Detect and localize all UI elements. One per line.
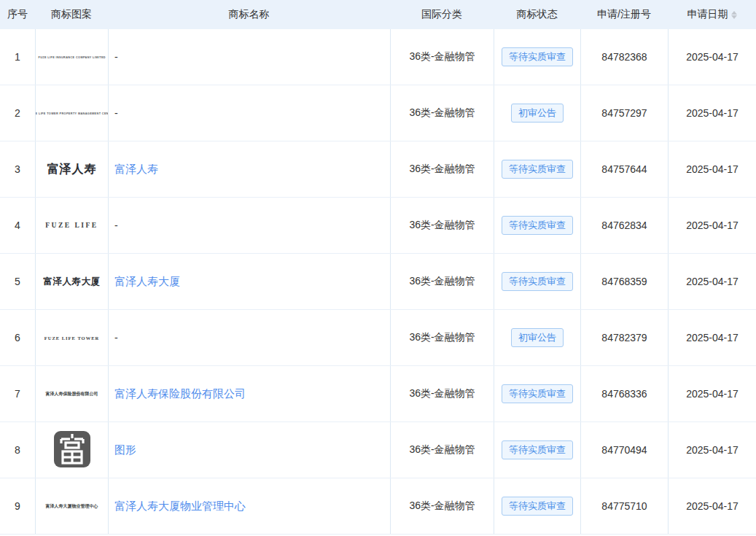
application-date-value: 2025-04-17 [686,220,739,231]
row-index-value: 2 [15,107,20,119]
table-row: 2FUZE LIFE TOWER PROPERTY MANAGEMENT CEN… [0,85,756,141]
trademark-name-cell: - [108,310,390,365]
registration-number-value: 84775710 [601,500,647,512]
intl-class-cell: 36类-金融物管 [390,422,494,478]
row-index: 2 [0,85,35,141]
column-header-index: 序号 [0,8,35,21]
table-header-row: 序号 商标图案 商标名称 国际分类 商标状态 申请/注册号 申请日期 [0,0,756,29]
registration-number-value: 84768336 [601,388,647,400]
status-badge: 等待实质审查 [502,497,573,516]
row-index: 8 [0,422,35,478]
status-badge: 等待实质审查 [502,216,573,236]
table-row: 6FUZE LIFE TOWER-36类-金融物管初审公告84782379202… [0,310,756,366]
trademark-name-cell: 图形 [108,422,390,478]
trademark-image-text[interactable]: 富泽人寿保险股份有限公司 [46,391,98,397]
application-date-cell: 2025-04-17 [668,478,756,534]
table-body: 1FUZE LIFE INSURANCE COMPANY LIMITED-36类… [0,29,756,535]
status-cell: 等待实质审查 [494,366,580,422]
trademark-image-cell[interactable]: 富泽人寿保险股份有限公司 [35,366,108,422]
trademark-image-cell[interactable]: FUZE LIFE TOWER PROPERTY MANAGEMENT CENT… [35,85,108,141]
row-index-value: 7 [15,388,20,400]
registration-number-cell: 84782379 [580,310,668,365]
trademark-image-text[interactable]: FUZE LIFE [45,222,98,229]
row-index: 3 [0,141,35,197]
status-badge: 等待实质审查 [502,272,573,292]
trademark-name-cell: - [108,85,390,141]
trademark-name-empty: - [114,107,118,119]
trademark-image-cell[interactable]: FUZE LIFE INSURANCE COMPANY LIMITED [35,29,108,85]
trademark-image-text[interactable]: FUZE LIFE TOWER [44,335,99,341]
trademark-name-link[interactable]: 富泽人寿大厦物业管理中心 [114,500,246,513]
intl-class-cell: 36类-金融物管 [390,254,494,309]
intl-class-cell: 36类-金融物管 [390,198,494,253]
table-row: 9富泽人寿大厦物业管理中心富泽人寿大厦物业管理中心36类-金融物管等待实质审查8… [0,478,756,535]
status-cell: 等待实质审查 [494,478,580,534]
row-index-value: 8 [15,444,20,456]
trademark-image-cell[interactable]: 富泽人寿大厦物业管理中心 [35,478,108,534]
application-date-cell: 2025-04-17 [668,198,756,253]
trademark-name-link[interactable]: 富泽人寿大厦 [114,275,180,289]
registration-number-value: 84782368 [601,51,647,63]
trademark-image-cell[interactable]: 富泽人寿 [35,141,108,197]
row-index: 9 [0,478,35,534]
column-header-date-sortable[interactable]: 申请日期 [668,8,756,21]
trademark-image-cell[interactable] [35,422,108,478]
row-index-value: 1 [15,51,20,63]
application-date-cell: 2025-04-17 [668,254,756,309]
registration-number-value: 84757644 [601,163,647,175]
trademark-name-link[interactable]: 富泽人寿 [114,163,158,176]
status-badge: 初审公告 [511,104,564,123]
registration-number-cell: 84757644 [580,141,668,197]
registration-number-value: 84770494 [601,444,647,456]
intl-class-value: 36类-金融物管 [409,331,475,344]
table-row: 1FUZE LIFE INSURANCE COMPANY LIMITED-36类… [0,29,756,85]
trademark-results-table: 序号 商标图案 商标名称 国际分类 商标状态 申请/注册号 申请日期 1FUZE… [0,0,756,536]
trademark-image-cell[interactable]: FUZE LIFE [35,198,108,253]
row-index: 5 [0,254,35,309]
intl-class-cell: 36类-金融物管 [390,366,494,422]
intl-class-cell: 36类-金融物管 [390,29,494,85]
trademark-image-text[interactable]: 富泽人寿 [47,162,97,177]
application-date-value: 2025-04-17 [686,276,739,287]
registration-number-cell: 84768359 [580,254,668,309]
registration-number-cell: 84775710 [580,478,668,534]
registration-number-cell: 84782368 [580,29,668,85]
trademark-name-cell: - [108,29,390,85]
table-row: 5富泽人寿大厦富泽人寿大厦36类-金融物管等待实质审查847683592025-… [0,254,756,310]
status-badge: 等待实质审查 [502,47,573,67]
trademark-name-link[interactable]: 富泽人寿保险股份有限公司 [114,387,246,401]
trademark-name-empty: - [114,220,118,231]
trademark-logo-square[interactable] [53,430,91,470]
registration-number-value: 84768359 [601,276,647,287]
trademark-image-text[interactable]: FUZE LIFE INSURANCE COMPANY LIMITED [38,55,106,59]
trademark-image-cell[interactable]: FUZE LIFE TOWER [35,310,108,365]
trademark-image-text[interactable]: FUZE LIFE TOWER PROPERTY MANAGEMENT CENT… [35,112,108,115]
application-date-value: 2025-04-17 [686,500,739,512]
trademark-name-link[interactable]: 图形 [114,443,136,457]
caret-up-down-icon[interactable] [731,11,737,19]
status-cell: 等待实质审查 [494,254,580,309]
status-badge: 初审公告 [511,328,564,348]
trademark-image-cell[interactable]: 富泽人寿大厦 [35,254,108,309]
application-date-value: 2025-04-17 [686,107,739,119]
column-header-status: 商标状态 [494,8,580,21]
application-date-cell: 2025-04-17 [668,85,756,141]
registration-number-cell: 84770494 [580,422,668,478]
row-index: 4 [0,198,35,253]
registration-number-value: 84757297 [601,107,647,119]
application-date-cell: 2025-04-17 [668,366,756,422]
registration-number-value: 84782379 [601,332,647,343]
row-index: 7 [0,366,35,422]
trademark-name-empty: - [114,332,118,343]
status-badge: 等待实质审查 [502,384,573,404]
application-date-cell: 2025-04-17 [668,310,756,365]
table-row: 7富泽人寿保险股份有限公司富泽人寿保险股份有限公司36类-金融物管等待实质审查8… [0,366,756,422]
status-cell: 等待实质审查 [494,29,580,85]
trademark-image-text[interactable]: 富泽人寿大厦物业管理中心 [46,503,98,510]
status-cell: 等待实质审查 [494,422,580,478]
row-index: 1 [0,29,35,85]
registration-number-value: 84762834 [601,220,647,231]
trademark-image-text[interactable]: 富泽人寿大厦 [44,276,101,288]
intl-class-cell: 36类-金融物管 [390,310,494,365]
trademark-name-cell: 富泽人寿大厦 [108,254,390,309]
